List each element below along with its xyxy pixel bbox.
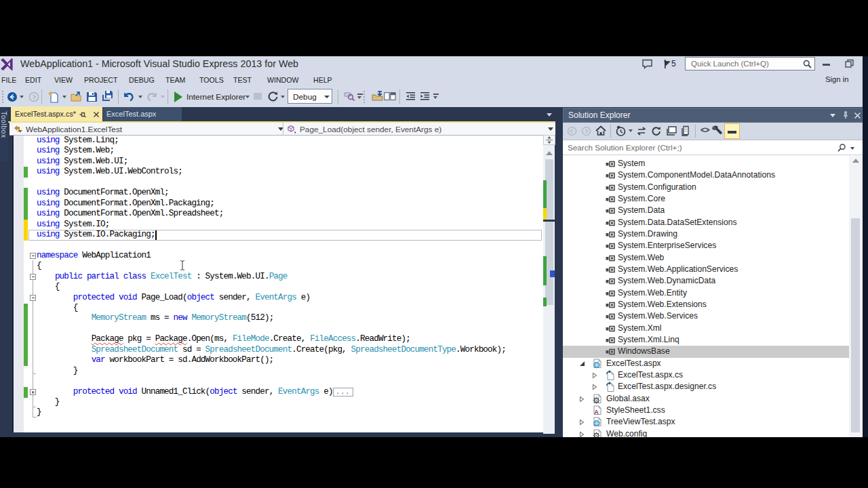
svg-text:A: A [594,408,599,415]
